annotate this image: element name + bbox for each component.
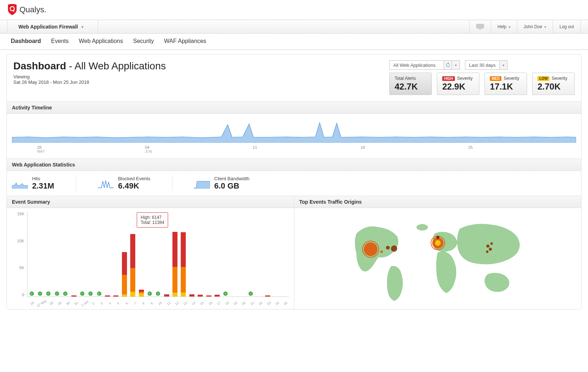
- svg-point-10: [435, 240, 440, 246]
- world-map: [294, 208, 582, 309]
- blocked-sparkline-icon: [98, 178, 114, 189]
- med-severity-card[interactable]: MEDSeverity 17.1K: [484, 73, 527, 95]
- refresh-icon[interactable]: [444, 61, 452, 69]
- bar-slot[interactable]: ✓: [53, 291, 61, 297]
- timeline-header: Activity Timeline: [7, 101, 581, 114]
- tab-dashboard[interactable]: Dashboard: [11, 38, 41, 44]
- svg-point-6: [386, 246, 389, 249]
- page-title: Dashboard - All Web Applications: [13, 60, 166, 72]
- help-menu[interactable]: Help▾: [491, 20, 517, 33]
- hits-stat: Hits 2.31M: [12, 176, 76, 191]
- traffic-origins-header: Top Events Traffic Origins: [294, 196, 582, 208]
- svg-point-4: [364, 242, 377, 256]
- stats-header: Web Application Statistics: [7, 159, 581, 171]
- chevron-down-icon: ▾: [499, 61, 507, 69]
- app-selector-label: Web Application Firewall: [18, 24, 78, 30]
- bar-slot[interactable]: ✓: [27, 291, 36, 297]
- viewing-label: Viewing: [13, 74, 166, 79]
- tab-events[interactable]: Events: [51, 38, 69, 44]
- bar-slot[interactable]: ✓: [44, 291, 53, 297]
- dashboard-card: Dashboard - All Web Applications Viewing…: [6, 54, 582, 310]
- tab-waf-appliances[interactable]: WAF Appliances: [164, 38, 206, 44]
- low-severity-card[interactable]: LOWSeverity 2.70K: [532, 73, 575, 95]
- chevron-down-icon: ▾: [544, 25, 546, 29]
- check-icon: ✓: [97, 291, 101, 296]
- chevron-down-icon: ▾: [509, 25, 510, 29]
- brand-text: Qualys.: [19, 5, 47, 14]
- bar-slot[interactable]: ✓: [87, 291, 95, 297]
- shield-icon: [7, 4, 17, 16]
- svg-point-1: [11, 7, 14, 10]
- check-icon: ✓: [38, 291, 42, 296]
- bar-slot[interactable]: ✓: [36, 291, 44, 297]
- logout-button[interactable]: Log out: [553, 20, 581, 33]
- svg-point-15: [486, 250, 488, 253]
- bandwidth-stat: Client Bandwidth 6.0 GB: [194, 176, 271, 191]
- bar-slot[interactable]: [205, 295, 213, 297]
- bar-slot[interactable]: ✓: [221, 291, 230, 297]
- svg-point-8: [380, 250, 383, 253]
- svg-point-12: [436, 236, 439, 239]
- chart-tooltip: High: 6147 Total: 11384: [137, 212, 168, 228]
- tab-web-applications[interactable]: Web Applications: [79, 38, 123, 44]
- nav-bar: Web Application Firewall ▾ Help▾ John Do…: [0, 20, 588, 34]
- date-range-select[interactable]: Last 30 days ▾: [465, 60, 508, 70]
- check-icon: ✓: [249, 291, 253, 296]
- bar-slot[interactable]: [196, 295, 205, 297]
- dashboard-header: Dashboard - All Web Applications Viewing…: [7, 55, 581, 101]
- bar-slot[interactable]: ✓: [154, 291, 162, 297]
- bar-slot[interactable]: [120, 252, 128, 297]
- hits-sparkline-icon: [12, 178, 28, 189]
- bar-slot[interactable]: ✓: [78, 291, 86, 297]
- check-icon: ✓: [88, 291, 93, 296]
- check-icon: ✓: [63, 291, 67, 296]
- svg-point-7: [391, 246, 397, 252]
- mail-button[interactable]: [469, 20, 491, 33]
- stats-row: Hits 2.31M Blocked Events 6.49K Client B…: [7, 171, 581, 196]
- bar-slot[interactable]: [162, 294, 171, 297]
- bar-slot[interactable]: [112, 295, 120, 297]
- blocked-stat: Blocked Events 6.49K: [98, 176, 172, 191]
- svg-point-3: [416, 224, 427, 230]
- check-icon: ✓: [148, 291, 152, 296]
- tab-security[interactable]: Security: [133, 38, 154, 44]
- bar-slot[interactable]: ✓: [95, 291, 103, 297]
- timeline-chart: 28MAY04JUN111825: [7, 114, 581, 159]
- brand-bar: Qualys.: [0, 0, 588, 20]
- bar-slot[interactable]: [171, 232, 179, 297]
- check-icon: ✓: [30, 291, 34, 296]
- bar-slot[interactable]: [264, 295, 272, 297]
- bar-slot[interactable]: ✓: [247, 291, 255, 297]
- event-summary-header: Event Summary: [7, 196, 294, 208]
- chevron-down-icon: ▾: [452, 61, 460, 69]
- app-filter-select[interactable]: All Web Applications ▾: [389, 60, 460, 70]
- bandwidth-sparkline-icon: [194, 178, 210, 189]
- svg-point-16: [490, 242, 493, 245]
- bar-slot[interactable]: [188, 294, 196, 297]
- chevron-down-icon: ▾: [82, 25, 83, 29]
- high-severity-card[interactable]: HIGHSeverity 22.9K: [437, 73, 479, 95]
- bar-slot[interactable]: [179, 232, 188, 297]
- date-range: Sat 26 May 2018 - Mon 25 Jun 2018: [13, 79, 166, 85]
- user-menu[interactable]: John Doe▾: [517, 20, 553, 33]
- bar-slot[interactable]: [137, 290, 145, 297]
- svg-point-13: [486, 245, 490, 248]
- check-icon: ✓: [55, 291, 59, 296]
- check-icon: ✓: [156, 291, 160, 296]
- total-alerts-card[interactable]: Total Alerts 42.7K: [389, 73, 432, 95]
- bar-slot[interactable]: [70, 295, 78, 297]
- logo: Qualys.: [7, 4, 47, 16]
- check-icon: ✓: [46, 291, 51, 296]
- svg-point-14: [489, 248, 492, 251]
- bar-slot[interactable]: ✓: [145, 291, 154, 297]
- bar-slot[interactable]: [213, 295, 221, 297]
- event-summary-chart: 15K10K5K0 ✓✓✓✓✓✓✓✓✓✓✓✓ 2627 May282930311…: [7, 208, 294, 306]
- main-tabs: DashboardEventsWeb ApplicationsSecurityW…: [0, 34, 588, 50]
- bar-slot[interactable]: ✓: [61, 291, 70, 297]
- bar-slot[interactable]: [129, 234, 137, 297]
- app-selector[interactable]: Web Application Firewall ▾: [7, 20, 98, 33]
- check-icon: ✓: [223, 291, 228, 296]
- check-icon: ✓: [80, 291, 84, 296]
- envelope-icon: [476, 24, 484, 30]
- bar-slot[interactable]: [103, 295, 111, 297]
